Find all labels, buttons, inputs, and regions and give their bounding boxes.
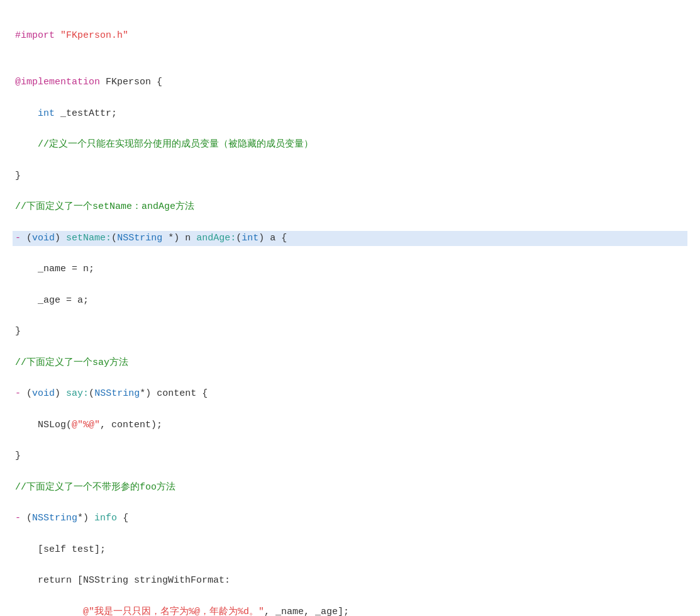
code-display: #import "FKperson.h" @implementation FKp… bbox=[13, 13, 687, 616]
code-line-1: #import "FKperson.h" bbox=[13, 28, 687, 44]
code-line-15: } bbox=[13, 449, 687, 464]
code-line-8: - (void) setName:(NSString *) n andAge:(… bbox=[13, 231, 687, 247]
code-line-16: //下面定义了一个不带形参的foo方法 bbox=[13, 480, 687, 496]
code-line-19: return [NSString stringWithFormat: bbox=[13, 573, 687, 589]
code-line-6: } bbox=[13, 169, 687, 184]
code-line-12: //下面定义了一个say方法 bbox=[13, 356, 687, 371]
code-line-14: NSLog(@"%@", content); bbox=[13, 418, 687, 434]
code-line-20: @"我是一只只因，名字为%@，年龄为%d。", _name, _age]; bbox=[13, 605, 687, 617]
code-line-4: int _testAttr; bbox=[13, 106, 687, 122]
code-line-5: //定义一个只能在实现部分使用的成员变量（被隐藏的成员变量） bbox=[13, 137, 687, 153]
code-line-7: //下面定义了一个setName：andAge方法 bbox=[13, 199, 687, 215]
code-line-13: - (void) say:(NSString*) content { bbox=[13, 386, 687, 402]
code-line-9: _name = n; bbox=[13, 262, 687, 277]
code-line-17: - (NSString*) info { bbox=[13, 511, 687, 527]
code-line-11: } bbox=[13, 324, 687, 340]
code-line-3: @implementation FKperson { bbox=[13, 75, 687, 91]
code-line-10: _age = a; bbox=[13, 293, 687, 309]
code-line-18: [self test]; bbox=[13, 542, 687, 558]
